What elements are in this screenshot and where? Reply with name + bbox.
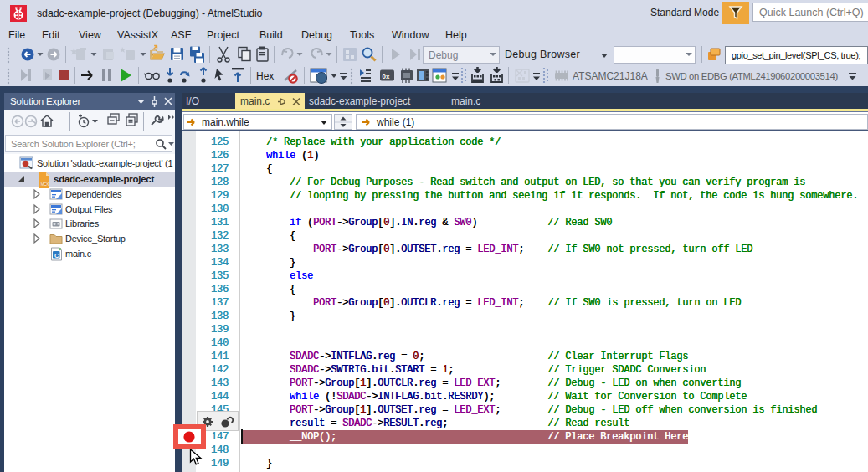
svg-text:C: C xyxy=(54,252,59,259)
svg-text:MCK: MCK xyxy=(41,182,49,187)
svg-text:0x: 0x xyxy=(383,73,390,80)
